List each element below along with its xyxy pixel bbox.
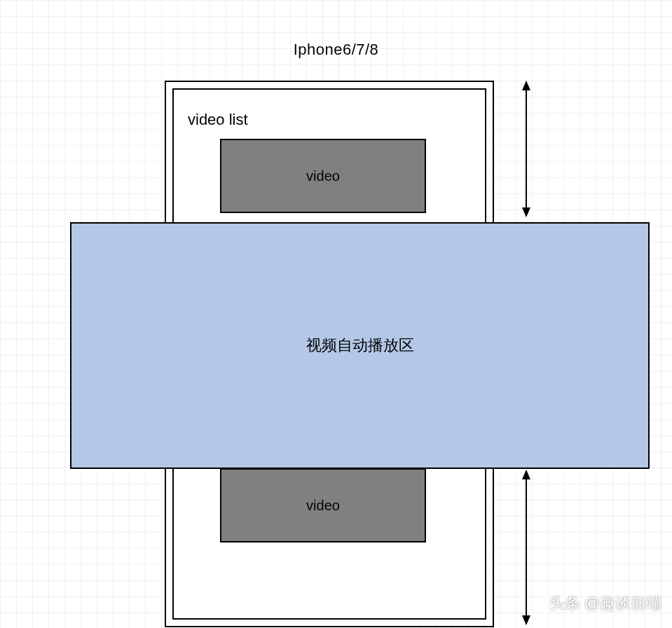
diagram-title: Iphone6/7/8 (294, 41, 379, 59)
video-item-top: video (220, 139, 426, 213)
video-label: video (306, 498, 340, 514)
scroll-arrow-top-icon (521, 81, 532, 217)
svg-marker-4 (522, 470, 530, 479)
autoplay-label: 视频自动播放区 (306, 335, 414, 356)
video-label: video (306, 168, 340, 184)
svg-marker-2 (522, 207, 530, 217)
autoplay-zone: 视频自动播放区 (70, 222, 650, 469)
svg-marker-1 (522, 81, 530, 90)
watermark-text: 头条 @趣谈前端 (549, 593, 661, 614)
svg-marker-5 (522, 615, 530, 625)
video-item-bottom: video (220, 468, 426, 542)
scroll-arrow-bottom-icon (521, 470, 532, 625)
video-list-label: video list (188, 111, 248, 129)
